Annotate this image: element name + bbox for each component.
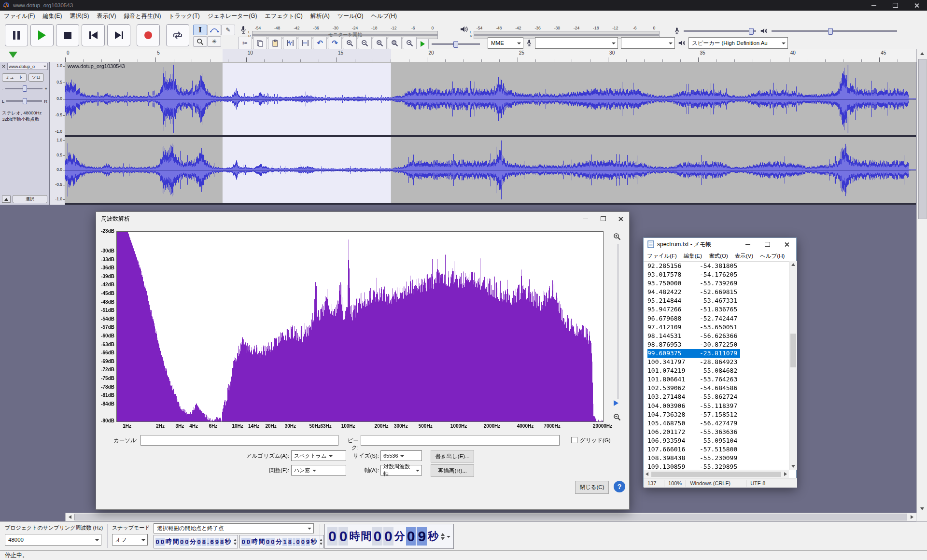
time-digit[interactable]: 0 bbox=[338, 527, 349, 546]
track-bottom-edge[interactable] bbox=[65, 203, 916, 205]
time-digit[interactable]: 0 bbox=[246, 538, 251, 546]
function-dropdown[interactable]: ハン窓 bbox=[291, 465, 346, 476]
selection-start-field[interactable]: 00時間00分08.698秒 bbox=[154, 535, 238, 548]
notepad-line[interactable]: 105.468750-56.427479 bbox=[647, 419, 740, 428]
notepad-line[interactable]: 97.412109-53.650051 bbox=[647, 323, 740, 332]
copy-button[interactable] bbox=[253, 37, 267, 49]
axis-dropdown[interactable]: 対数周波数軸 bbox=[380, 465, 422, 476]
menubar-item[interactable]: ファイル(F) bbox=[0, 11, 39, 21]
slider-thumb[interactable] bbox=[749, 28, 754, 35]
notepad-line[interactable]: 107.666016-57.515800 bbox=[647, 445, 740, 454]
play-button[interactable] bbox=[30, 24, 54, 46]
time-digit[interactable]: 分 bbox=[189, 537, 197, 546]
time-digit[interactable]: 間 bbox=[172, 537, 179, 546]
slider-thumb[interactable] bbox=[453, 41, 458, 48]
notepad-line[interactable]: 103.271484-55.862724 bbox=[647, 392, 740, 401]
notepad-line[interactable]: 98.144531-56.626366 bbox=[647, 332, 740, 340]
close-icon[interactable] bbox=[612, 212, 629, 225]
waveform-canvas-ch2[interactable] bbox=[65, 137, 916, 203]
time-digit[interactable]: 0 bbox=[383, 527, 393, 546]
scroll-down-icon[interactable] bbox=[917, 504, 927, 513]
time-digit[interactable]: 間 bbox=[258, 537, 265, 546]
notepad-vertical-scrollbar[interactable] bbox=[789, 261, 797, 470]
notepad-line[interactable]: 106.933594-55.095104 bbox=[647, 436, 740, 445]
help-button[interactable]: ? bbox=[614, 481, 625, 492]
zoom-in-button[interactable] bbox=[343, 37, 357, 49]
audio-position-field[interactable]: 00時間00分09秒 bbox=[324, 524, 454, 549]
selection-end-digits[interactable]: 00時間00分18.009秒 bbox=[241, 537, 318, 546]
scroll-left-icon[interactable] bbox=[644, 470, 650, 478]
vertical-zoom-out-button[interactable] bbox=[612, 412, 622, 422]
time-digit[interactable]: 0 bbox=[241, 538, 246, 546]
notepad-text-area[interactable]: 92.285156-54.38180593.017578-54.17620593… bbox=[644, 261, 789, 470]
recording-channels-dropdown[interactable] bbox=[621, 37, 675, 49]
time-digit[interactable]: 時 bbox=[251, 537, 258, 546]
close-icon[interactable] bbox=[777, 238, 796, 251]
record-button[interactable] bbox=[137, 24, 160, 46]
notepad-menu-item[interactable]: ファイル(F) bbox=[644, 252, 680, 260]
time-digit[interactable]: 0 bbox=[160, 538, 165, 546]
menubar-item[interactable]: エフェクト(C) bbox=[261, 11, 307, 21]
time-digit[interactable]: 0 bbox=[197, 538, 201, 546]
time-digit[interactable]: 0 bbox=[301, 538, 305, 546]
snap-mode-dropdown[interactable]: オフ bbox=[112, 534, 148, 546]
freq-window-titlebar[interactable]: 周波数解析 bbox=[96, 212, 629, 225]
menubar-item[interactable]: 録音と再生(N) bbox=[120, 11, 165, 21]
vertical-scrollbar[interactable] bbox=[916, 49, 927, 513]
slider-thumb[interactable] bbox=[828, 28, 833, 35]
fit-selection-button[interactable] bbox=[373, 37, 387, 49]
waveform-area[interactable]: www.dotup_org1030543 bbox=[65, 62, 916, 205]
time-digit[interactable]: 秒 bbox=[427, 529, 439, 544]
playback-meter[interactable]: -54-48-42-36-30-24-18-12-60 bbox=[474, 26, 660, 38]
time-digit[interactable]: . bbox=[293, 538, 295, 546]
chevron-down-icon[interactable] bbox=[447, 536, 450, 540]
notepad-line[interactable]: 106.201172-55.363636 bbox=[647, 428, 740, 436]
close-dialog-button[interactable]: 閉じる(C) bbox=[575, 481, 609, 494]
vertical-zoom-in-button[interactable] bbox=[612, 231, 622, 242]
scrollbar-thumb[interactable] bbox=[918, 59, 927, 219]
pause-button[interactable] bbox=[5, 24, 28, 46]
notepad-line[interactable]: 93.750000-55.739269 bbox=[647, 279, 740, 288]
notepad-line[interactable]: 100.341797-28.864923 bbox=[647, 358, 740, 366]
time-digit[interactable]: 分 bbox=[275, 537, 282, 546]
maximize-icon[interactable] bbox=[885, 0, 906, 11]
undo-button[interactable]: ↶ bbox=[313, 37, 327, 49]
time-digit[interactable]: 8 bbox=[288, 538, 292, 546]
time-digit[interactable]: 9 bbox=[417, 527, 427, 546]
notepad-menu-item[interactable]: 書式(O) bbox=[705, 252, 731, 260]
peak-readout-field[interactable] bbox=[361, 435, 560, 446]
mute-button[interactable]: ミュート bbox=[2, 73, 27, 82]
spinner[interactable] bbox=[234, 539, 237, 545]
time-digit[interactable]: 0 bbox=[296, 538, 300, 546]
stop-button[interactable] bbox=[56, 24, 79, 46]
time-digit[interactable]: 秒 bbox=[310, 537, 318, 546]
time-digit[interactable]: 1 bbox=[282, 538, 287, 546]
notepad-line[interactable]: 98.876953-30.872250 bbox=[647, 340, 740, 349]
vertical-zoom-groove[interactable] bbox=[618, 244, 618, 399]
fit-project-button[interactable] bbox=[388, 37, 402, 49]
track-select-button[interactable]: 選択 bbox=[13, 195, 47, 203]
zoom-tool-button[interactable] bbox=[193, 36, 207, 47]
scroll-right-icon[interactable] bbox=[782, 470, 789, 478]
draw-tool-button[interactable]: ✎ bbox=[221, 25, 235, 35]
notepad-line[interactable]: 95.214844-53.467331 bbox=[647, 296, 740, 305]
scrollbar-thumb[interactable] bbox=[790, 334, 796, 367]
track-close-icon[interactable] bbox=[1, 64, 6, 69]
horizontal-scrollbar[interactable] bbox=[65, 513, 916, 521]
gain-slider[interactable] bbox=[5, 85, 42, 92]
spectrum-canvas[interactable] bbox=[117, 232, 603, 421]
maximize-icon[interactable] bbox=[758, 238, 777, 251]
playback-meter-toolbar[interactable]: LR -54-48-42-36-30-24-18-12-60 bbox=[460, 26, 660, 38]
time-digit[interactable]: 間 bbox=[360, 529, 372, 544]
vertical-scale-ruler[interactable]: 1.00.50.0-0.5-1.01.00.50.0-0.5-1.0 bbox=[50, 62, 65, 205]
notepad-line[interactable]: 96.679688-52.742447 bbox=[647, 314, 740, 323]
time-digit[interactable]: 0 bbox=[406, 527, 416, 546]
grid-checkbox[interactable] bbox=[571, 437, 577, 443]
track-name-menu[interactable]: www.dotup_o bbox=[7, 63, 48, 70]
slider-thumb[interactable] bbox=[23, 98, 27, 104]
playback-speed-slider[interactable] bbox=[432, 41, 480, 47]
recording-device-dropdown[interactable] bbox=[535, 37, 618, 49]
minimize-icon[interactable] bbox=[577, 212, 594, 225]
solo-button[interactable]: ソロ bbox=[28, 73, 44, 82]
scrollbar-thumb[interactable] bbox=[74, 514, 907, 520]
